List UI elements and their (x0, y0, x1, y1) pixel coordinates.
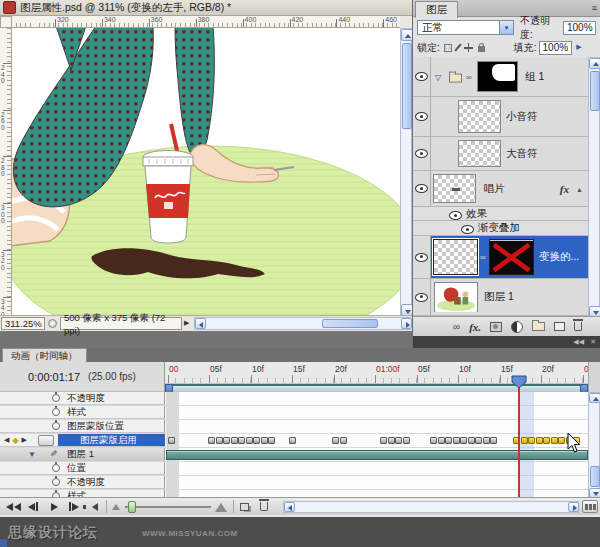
keyframe[interactable] (551, 437, 558, 444)
keyframe[interactable] (430, 437, 437, 444)
eye-icon[interactable] (415, 149, 428, 158)
timeline-track[interactable]: 样式 (0, 406, 600, 420)
audio-toggle-icon[interactable] (92, 503, 98, 511)
toggle-onion-skins-icon[interactable] (240, 503, 249, 511)
keyframe[interactable] (216, 437, 223, 444)
keyframe[interactable] (246, 437, 253, 444)
stopwatch-icon[interactable] (52, 478, 60, 486)
timeline-zoom-slider[interactable] (125, 506, 211, 508)
canvas-vertical-scrollbar[interactable] (400, 28, 412, 315)
keyframe[interactable] (253, 437, 260, 444)
effects-row[interactable]: 效果 (413, 207, 589, 221)
delete-keyframes-icon[interactable] (260, 502, 268, 511)
close-panel-icon[interactable]: ✕ (590, 338, 596, 346)
scroll-right-button[interactable] (568, 502, 579, 512)
keyframe[interactable] (536, 437, 543, 444)
keyframe[interactable] (543, 437, 550, 444)
opacity-field[interactable]: 100% ▶ (563, 21, 596, 35)
playhead[interactable] (508, 374, 530, 390)
canvas[interactable] (12, 28, 400, 315)
new-group-icon[interactable] (532, 322, 545, 331)
keyframe[interactable] (445, 437, 452, 444)
eye-icon[interactable] (415, 253, 428, 262)
eye-icon[interactable] (461, 225, 474, 234)
visibility-toggle[interactable] (413, 236, 431, 278)
next-frame-button[interactable] (69, 502, 79, 511)
keyframe[interactable] (268, 437, 275, 444)
fill-spin-arrow[interactable]: ▶ (576, 43, 581, 51)
expand-group-icon[interactable]: ▽ (435, 72, 441, 81)
add-layer-mask-icon[interactable] (490, 322, 502, 332)
keyframe[interactable] (208, 437, 215, 444)
layer-thumbnail[interactable] (433, 174, 476, 203)
lock-all-icon[interactable] (478, 46, 485, 52)
prev-keyframe-icon[interactable]: ◀ (4, 436, 9, 444)
scroll-thumb[interactable] (590, 71, 600, 111)
keyframe[interactable] (460, 437, 467, 444)
stopwatch-icon[interactable] (52, 464, 60, 472)
blend-mode-select[interactable]: 正常 ▼ (417, 20, 514, 35)
group-mask-thumbnail[interactable] (477, 61, 518, 92)
keyframe[interactable] (468, 437, 475, 444)
keyframe[interactable] (558, 437, 565, 444)
document-title-bar[interactable]: 图层属性.psd @ 311% (变换的左手, RGB/8) * (0, 0, 412, 16)
scroll-right-button[interactable] (401, 318, 412, 329)
disabled-mask-thumbnail[interactable] (489, 239, 534, 275)
keyframe[interactable] (380, 437, 387, 444)
stopwatch-icon[interactable] (52, 492, 60, 497)
layer-fx-badge[interactable]: fx (560, 183, 569, 195)
dropdown-arrow-icon[interactable]: ▼ (499, 21, 513, 34)
eye-icon[interactable] (415, 112, 428, 121)
layers-scrollbar[interactable] (588, 57, 600, 316)
scroll-left-button[interactable] (284, 502, 295, 512)
keyframe[interactable] (490, 437, 497, 444)
scroll-up-button[interactable] (589, 58, 600, 69)
tab-layers[interactable]: 图层 (415, 1, 458, 18)
convert-to-frame-animation-button[interactable] (582, 500, 598, 513)
timeline-track[interactable]: 样式 (0, 490, 600, 497)
lock-transparency-icon[interactable] (444, 44, 452, 52)
keyframe[interactable] (261, 437, 268, 444)
layer-row[interactable]: 唱片 fx ▲ (413, 171, 589, 207)
layer-duration-bar[interactable] (166, 450, 588, 460)
keyframe[interactable] (403, 437, 410, 444)
timeline-vertical-scrollbar[interactable] (588, 392, 600, 497)
delete-layer-icon[interactable] (574, 322, 582, 331)
stopwatch-button[interactable] (38, 435, 54, 446)
collapse-panel-icon[interactable]: ◀◀ (573, 338, 584, 346)
fill-field[interactable]: 100% ▶ (539, 41, 572, 55)
keyframe[interactable] (453, 437, 460, 444)
panel-menu-icon[interactable]: ≡ (592, 3, 597, 13)
eye-icon[interactable] (415, 184, 428, 193)
visibility-toggle[interactable] (413, 171, 431, 206)
add-keyframe-icon[interactable]: ◆ (12, 436, 18, 445)
scroll-up-button[interactable] (589, 393, 600, 403)
stopwatch-icon[interactable] (52, 422, 60, 430)
eye-icon[interactable] (449, 211, 462, 220)
visibility-toggle[interactable] (413, 97, 431, 136)
eye-icon[interactable] (415, 293, 428, 302)
keyframe[interactable] (340, 437, 347, 444)
scroll-thumb[interactable] (590, 466, 600, 487)
keyframe[interactable] (521, 437, 528, 444)
keyframe[interactable] (238, 437, 245, 444)
layer-row-group[interactable]: ▽ ∞ 组 1 (413, 57, 589, 97)
zoom-slider-knob[interactable] (128, 501, 136, 513)
lock-move-icon[interactable] (464, 43, 473, 52)
expand-track-icon[interactable]: ▼ (28, 450, 36, 459)
layer-row[interactable]: 小音符 (413, 97, 589, 137)
timeline-track[interactable]: 不透明度 (0, 392, 600, 406)
layer-row[interactable]: 大音符 (413, 137, 589, 171)
keyframe[interactable] (528, 437, 535, 444)
layer-style-icon[interactable]: fx. (469, 321, 481, 333)
keyframe[interactable] (289, 437, 296, 444)
collapse-effects-icon[interactable]: ▲ (576, 185, 583, 192)
timeline-ruler[interactable]: 0005f10f15f20f01:00f05f10f15f20f02:0 (165, 362, 600, 384)
layer-row-selected[interactable]: ∞ 变换的... (413, 236, 589, 279)
keyframe[interactable] (475, 437, 482, 444)
timeline-track[interactable]: 位置 (0, 462, 600, 476)
document-size-info[interactable]: 500 像素 x 375 像素 (72 ppi) (60, 317, 182, 330)
lock-paint-icon[interactable] (454, 43, 461, 51)
eye-icon[interactable] (415, 72, 428, 81)
layer-thumbnail[interactable] (458, 140, 501, 167)
